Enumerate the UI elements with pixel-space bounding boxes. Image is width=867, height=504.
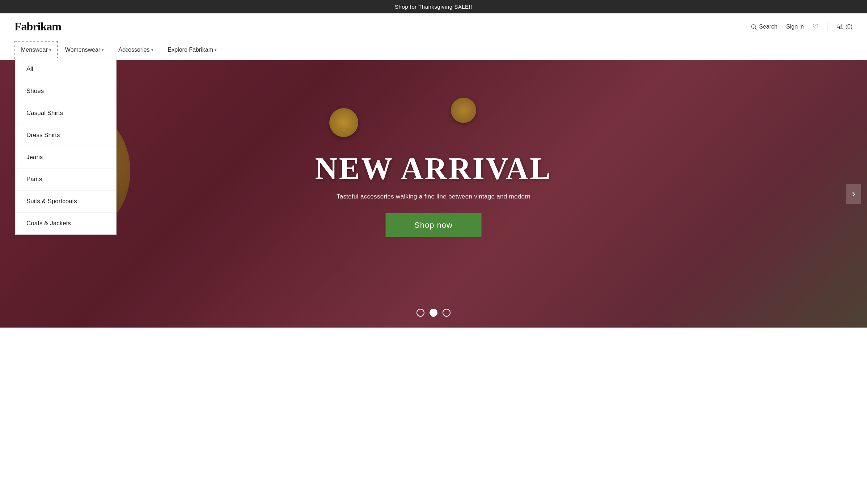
dropdown-item-shoes[interactable]: Shoes (16, 80, 116, 102)
nav-item-explore[interactable]: Explore Fabrikam ▾ (161, 40, 224, 60)
dropdown-item-coats[interactable]: Coats & Jackets (16, 213, 116, 234)
nav-item-menswear[interactable]: Menswear ▾ All Shoes Casual Shirts Dress… (14, 41, 58, 59)
nav-label-accessories: Accessories (118, 47, 149, 53)
chevron-down-icon: ▾ (215, 48, 217, 52)
chevron-down-icon: ▾ (49, 48, 51, 52)
dropdown-item-jeans[interactable]: Jeans (16, 146, 116, 168)
hero-title: NEW ARRIVAL (315, 150, 552, 187)
main-nav: Menswear ▾ All Shoes Casual Shirts Dress… (0, 40, 867, 60)
top-banner: Shop for Thanksgiving SALE!! (0, 0, 867, 13)
dropdown-item-pants[interactable]: Pants (16, 168, 116, 191)
wishlist-button[interactable]: ♡ (812, 22, 819, 31)
carousel-dots (416, 309, 451, 317)
sign-in-label: Sign in (786, 24, 804, 30)
hero-section: NEW ARRIVAL Tasteful accessories walking… (0, 60, 867, 328)
nav-label-explore: Explore Fabrikam (168, 47, 213, 53)
button-decoration-2 (451, 98, 476, 123)
header: Fabrikam Search Sign in ♡ 🛍 (0) (0, 13, 867, 40)
header-actions: Search Sign in ♡ 🛍 (0) (750, 22, 853, 31)
carousel-dot-2[interactable] (430, 309, 437, 317)
search-button[interactable]: Search (750, 24, 778, 30)
cart-count: (0) (845, 24, 853, 30)
dropdown-item-all[interactable]: All (16, 58, 116, 80)
logo: Fabrikam (14, 20, 61, 33)
carousel-dot-3[interactable] (443, 309, 451, 317)
dropdown-item-suits[interactable]: Suits & Sportcoats (16, 191, 116, 213)
menswear-dropdown: All Shoes Casual Shirts Dress Shirts Jea… (15, 58, 117, 235)
nav-label-menswear: Menswear (21, 47, 48, 53)
hero-content: NEW ARRIVAL Tasteful accessories walking… (315, 150, 552, 237)
cart-button[interactable]: 🛍 (0) (837, 22, 853, 31)
heart-icon: ♡ (812, 23, 819, 31)
svg-line-1 (755, 28, 756, 29)
dropdown-item-dress-shirts[interactable]: Dress Shirts (16, 124, 116, 146)
chevron-down-icon: ▾ (102, 48, 104, 52)
nav-item-accessories[interactable]: Accessories ▾ (111, 40, 160, 60)
sign-in-button[interactable]: Sign in (786, 24, 804, 30)
dropdown-item-casual-shirts[interactable]: Casual Shirts (16, 102, 116, 124)
nav-label-womenswear: Womenswear (65, 47, 101, 53)
carousel-next-button[interactable]: › (846, 184, 861, 204)
header-divider (828, 22, 828, 31)
search-label: Search (759, 24, 778, 30)
banner-text: Shop for Thanksgiving SALE!! (395, 4, 472, 10)
bag-icon: 🛍 (837, 22, 844, 31)
chevron-down-icon: ▾ (151, 48, 153, 52)
shop-now-button[interactable]: Shop now (385, 213, 482, 237)
search-icon (750, 24, 757, 30)
svg-point-0 (752, 25, 756, 29)
carousel-dot-1[interactable] (416, 309, 424, 317)
nav-item-womenswear[interactable]: Womenswear ▾ (58, 40, 111, 60)
hero-subtitle: Tasteful accessories walking a fine line… (315, 193, 552, 200)
